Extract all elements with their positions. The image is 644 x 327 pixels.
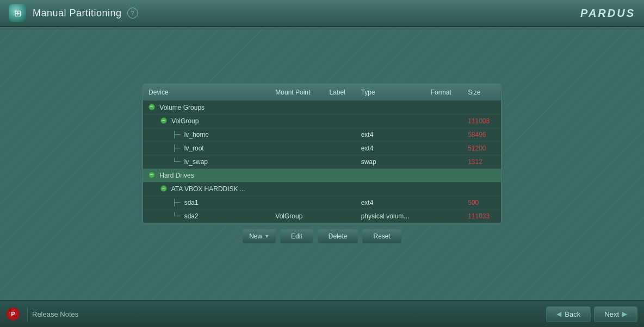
collapse-icon: [160, 117, 167, 124]
device-cell: ATA VBOX HARDDISK ...: [143, 182, 270, 196]
footer-bar: P Release Notes ◀ Back Next ▶: [0, 300, 644, 327]
partition-container: Device Mount Point Label Type Format Siz…: [143, 84, 501, 223]
app-icon: ⊞: [9, 4, 26, 22]
footer-separator: [27, 306, 28, 322]
col-size: Size: [462, 84, 501, 101]
device-cell: ├─ lv_home: [143, 128, 270, 141]
table-header-row: Device Mount Point Label Type Format Siz…: [143, 84, 501, 101]
collapse-icon: [160, 185, 167, 192]
device-cell: Volume Groups: [143, 100, 270, 114]
table-row[interactable]: VolGroup 111008: [143, 114, 501, 128]
back-arrow-icon: ◀: [556, 310, 561, 318]
device-cell: ├─ sda1: [143, 196, 270, 209]
delete-button[interactable]: Delete: [317, 229, 359, 244]
collapse-icon: [148, 172, 155, 178]
next-arrow-icon: ▶: [622, 310, 627, 318]
col-mount-point: Mount Point: [270, 84, 324, 101]
col-label: Label: [324, 84, 355, 101]
pardus-logo: PaRDuS: [580, 7, 635, 20]
device-cell: └─ lv_swap: [143, 155, 270, 168]
device-cell: Hard Drives: [143, 168, 270, 182]
action-buttons: New ▼ Edit Delete Reset: [143, 229, 501, 244]
new-button[interactable]: New ▼: [242, 229, 276, 244]
main-content: Device Mount Point Label Type Format Siz…: [0, 27, 644, 300]
back-button[interactable]: ◀ Back: [546, 306, 591, 322]
footer-logo-icon: P: [7, 307, 20, 320]
table-row[interactable]: ├─ lv_root ext4 51200: [143, 141, 501, 155]
table-row[interactable]: ATA VBOX HARDDISK ...: [143, 182, 501, 196]
table-row[interactable]: Volume Groups: [143, 100, 501, 114]
reset-button[interactable]: Reset: [362, 229, 401, 244]
table-row[interactable]: Hard Drives: [143, 168, 501, 182]
device-cell: └─ sda2: [143, 209, 270, 223]
dropdown-arrow-icon: ▼: [264, 234, 269, 239]
col-format: Format: [425, 84, 462, 101]
page-title: Manual Partitioning: [33, 8, 122, 19]
edit-button[interactable]: Edit: [280, 229, 314, 244]
collapse-icon: [148, 104, 155, 110]
table-row[interactable]: ├─ lv_home ext4 58496: [143, 128, 501, 141]
next-button[interactable]: Next ▶: [594, 306, 637, 322]
table-row[interactable]: ├─ sda1 ext4 500: [143, 196, 501, 209]
release-notes-link[interactable]: Release Notes: [32, 310, 78, 318]
footer-navigation: ◀ Back Next ▶: [546, 306, 637, 322]
table-row[interactable]: └─ lv_swap swap 1312: [143, 155, 501, 168]
table-row[interactable]: └─ sda2 VolGroup physical volum... 11103…: [143, 209, 501, 223]
partition-table: Device Mount Point Label Type Format Siz…: [143, 84, 501, 223]
help-button[interactable]: ?: [127, 8, 138, 18]
col-type: Type: [356, 84, 425, 101]
device-cell: VolGroup: [143, 114, 270, 128]
header-bar: ⊞ Manual Partitioning ? PaRDuS: [0, 0, 644, 27]
device-cell: ├─ lv_root: [143, 141, 270, 155]
col-device: Device: [143, 84, 270, 101]
